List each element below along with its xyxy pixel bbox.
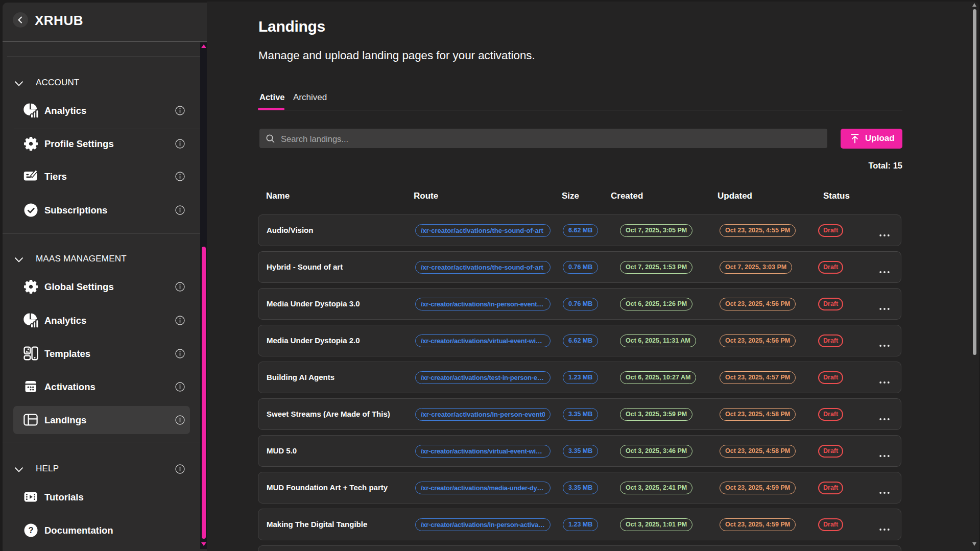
- svg-text:?: ?: [28, 525, 33, 535]
